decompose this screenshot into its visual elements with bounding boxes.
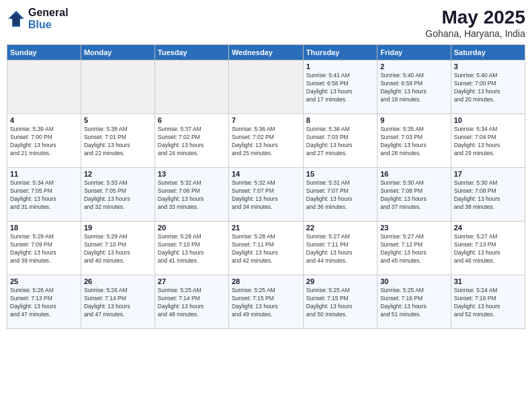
day-number: 24 <box>454 224 522 232</box>
day-number: 21 <box>232 224 300 232</box>
day-number: 1 <box>306 62 374 71</box>
day-info: Sunrise: 5:31 AM Sunset: 7:07 PM Dayligh… <box>306 179 374 212</box>
calendar-cell: 25Sunrise: 5:26 AM Sunset: 7:13 PM Dayli… <box>7 275 81 329</box>
day-number: 20 <box>158 224 226 232</box>
col-thursday: Thursday <box>303 45 377 60</box>
day-number: 12 <box>84 170 152 178</box>
calendar-cell: 18Sunrise: 5:29 AM Sunset: 7:09 PM Dayli… <box>7 222 81 275</box>
calendar-cell: 11Sunrise: 5:34 AM Sunset: 7:05 PM Dayli… <box>7 168 81 222</box>
day-info: Sunrise: 5:24 AM Sunset: 7:16 PM Dayligh… <box>454 287 522 319</box>
calendar-cell <box>228 60 303 114</box>
svg-marker-1 <box>9 12 23 26</box>
calendar-cell: 10Sunrise: 5:34 AM Sunset: 7:04 PM Dayli… <box>451 114 525 168</box>
calendar-cell: 21Sunrise: 5:28 AM Sunset: 7:11 PM Dayli… <box>228 222 303 275</box>
day-info: Sunrise: 5:26 AM Sunset: 7:13 PM Dayligh… <box>10 287 78 319</box>
calendar-cell: 19Sunrise: 5:29 AM Sunset: 7:10 PM Dayli… <box>81 222 154 275</box>
calendar-cell: 7Sunrise: 5:36 AM Sunset: 7:02 PM Daylig… <box>228 114 303 168</box>
day-info: Sunrise: 5:40 AM Sunset: 6:59 PM Dayligh… <box>380 72 448 104</box>
day-number: 7 <box>232 116 300 124</box>
day-info: Sunrise: 5:32 AM Sunset: 7:06 PM Dayligh… <box>158 179 226 212</box>
day-number: 27 <box>158 277 226 285</box>
day-number: 6 <box>158 116 226 124</box>
day-number: 23 <box>380 224 448 232</box>
col-saturday: Saturday <box>451 45 525 60</box>
day-info: Sunrise: 5:35 AM Sunset: 7:03 PM Dayligh… <box>380 126 448 158</box>
logo: General Blue <box>7 7 69 31</box>
day-number: 18 <box>10 224 78 232</box>
calendar-cell: 22Sunrise: 5:27 AM Sunset: 7:11 PM Dayli… <box>303 222 377 275</box>
calendar-cell: 23Sunrise: 5:27 AM Sunset: 7:12 PM Dayli… <box>378 222 451 275</box>
calendar-header: Sunday Monday Tuesday Wednesday Thursday… <box>7 45 525 60</box>
day-number: 26 <box>84 277 152 285</box>
day-info: Sunrise: 5:27 AM Sunset: 7:11 PM Dayligh… <box>306 233 374 265</box>
day-info: Sunrise: 5:40 AM Sunset: 7:00 PM Dayligh… <box>454 72 522 104</box>
col-monday: Monday <box>81 45 154 60</box>
day-info: Sunrise: 5:38 AM Sunset: 7:01 PM Dayligh… <box>84 126 152 158</box>
calendar-cell: 27Sunrise: 5:25 AM Sunset: 7:14 PM Dayli… <box>154 275 228 329</box>
calendar-cell: 8Sunrise: 5:36 AM Sunset: 7:03 PM Daylig… <box>303 114 377 168</box>
day-info: Sunrise: 5:30 AM Sunset: 7:08 PM Dayligh… <box>454 179 522 212</box>
calendar-cell: 20Sunrise: 5:28 AM Sunset: 7:10 PM Dayli… <box>154 222 228 275</box>
calendar-week-3: 18Sunrise: 5:29 AM Sunset: 7:09 PM Dayli… <box>7 222 525 275</box>
day-number: 16 <box>380 170 448 178</box>
day-number: 3 <box>454 62 522 71</box>
day-info: Sunrise: 5:27 AM Sunset: 7:13 PM Dayligh… <box>454 233 522 265</box>
day-number: 11 <box>10 170 78 178</box>
day-number: 31 <box>454 277 522 285</box>
calendar-cell: 12Sunrise: 5:33 AM Sunset: 7:05 PM Dayli… <box>81 168 154 222</box>
calendar-cell: 16Sunrise: 5:30 AM Sunset: 7:08 PM Dayli… <box>378 168 451 222</box>
day-number: 14 <box>232 170 300 178</box>
day-info: Sunrise: 5:26 AM Sunset: 7:14 PM Dayligh… <box>84 287 152 319</box>
logo-text: General Blue <box>28 7 69 31</box>
calendar-week-0: 1Sunrise: 5:41 AM Sunset: 6:58 PM Daylig… <box>7 60 525 114</box>
calendar-body: 1Sunrise: 5:41 AM Sunset: 6:58 PM Daylig… <box>7 60 525 329</box>
calendar-cell: 29Sunrise: 5:25 AM Sunset: 7:15 PM Dayli… <box>303 275 377 329</box>
day-info: Sunrise: 5:36 AM Sunset: 7:03 PM Dayligh… <box>306 126 374 158</box>
calendar-cell: 3Sunrise: 5:40 AM Sunset: 7:00 PM Daylig… <box>451 60 525 114</box>
calendar-cell: 17Sunrise: 5:30 AM Sunset: 7:08 PM Dayli… <box>451 168 525 222</box>
calendar-cell: 24Sunrise: 5:27 AM Sunset: 7:13 PM Dayli… <box>451 222 525 275</box>
title-block: May 2025 Gohana, Haryana, India <box>425 7 525 39</box>
day-number: 13 <box>158 170 226 178</box>
day-number: 19 <box>84 224 152 232</box>
day-number: 4 <box>10 116 78 124</box>
day-number: 15 <box>306 170 374 178</box>
col-wednesday: Wednesday <box>228 45 303 60</box>
calendar-cell: 28Sunrise: 5:25 AM Sunset: 7:15 PM Dayli… <box>228 275 303 329</box>
day-number: 17 <box>454 170 522 178</box>
calendar-cell: 6Sunrise: 5:37 AM Sunset: 7:02 PM Daylig… <box>154 114 228 168</box>
day-number: 28 <box>232 277 300 285</box>
day-number: 9 <box>380 116 448 124</box>
header: General Blue May 2025 Gohana, Haryana, I… <box>7 7 525 39</box>
logo-general-text: General <box>28 7 69 19</box>
day-number: 29 <box>306 277 374 285</box>
calendar-cell: 5Sunrise: 5:38 AM Sunset: 7:01 PM Daylig… <box>81 114 154 168</box>
calendar-cell: 30Sunrise: 5:25 AM Sunset: 7:16 PM Dayli… <box>378 275 451 329</box>
day-info: Sunrise: 5:34 AM Sunset: 7:04 PM Dayligh… <box>454 126 522 158</box>
calendar-cell <box>81 60 154 114</box>
day-info: Sunrise: 5:25 AM Sunset: 7:16 PM Dayligh… <box>380 287 448 319</box>
calendar-cell <box>7 60 81 114</box>
month-title: May 2025 <box>425 7 525 28</box>
day-number: 5 <box>84 116 152 124</box>
day-info: Sunrise: 5:28 AM Sunset: 7:11 PM Dayligh… <box>232 233 300 265</box>
day-info: Sunrise: 5:27 AM Sunset: 7:12 PM Dayligh… <box>380 233 448 265</box>
day-info: Sunrise: 5:30 AM Sunset: 7:08 PM Dayligh… <box>380 179 448 212</box>
day-number: 2 <box>380 62 448 71</box>
day-number: 10 <box>454 116 522 124</box>
day-info: Sunrise: 5:25 AM Sunset: 7:15 PM Dayligh… <box>306 287 374 319</box>
day-info: Sunrise: 5:33 AM Sunset: 7:05 PM Dayligh… <box>84 179 152 212</box>
day-number: 25 <box>10 277 78 285</box>
col-tuesday: Tuesday <box>154 45 228 60</box>
calendar-cell: 2Sunrise: 5:40 AM Sunset: 6:59 PM Daylig… <box>378 60 451 114</box>
logo-icon <box>7 9 26 28</box>
col-sunday: Sunday <box>7 45 81 60</box>
calendar-week-4: 25Sunrise: 5:26 AM Sunset: 7:13 PM Dayli… <box>7 275 525 329</box>
calendar-cell: 9Sunrise: 5:35 AM Sunset: 7:03 PM Daylig… <box>378 114 451 168</box>
day-info: Sunrise: 5:37 AM Sunset: 7:02 PM Dayligh… <box>158 126 226 158</box>
calendar-cell: 26Sunrise: 5:26 AM Sunset: 7:14 PM Dayli… <box>81 275 154 329</box>
day-number: 8 <box>306 116 374 124</box>
calendar-week-2: 11Sunrise: 5:34 AM Sunset: 7:05 PM Dayli… <box>7 168 525 222</box>
day-info: Sunrise: 5:41 AM Sunset: 6:58 PM Dayligh… <box>306 72 374 104</box>
day-info: Sunrise: 5:25 AM Sunset: 7:15 PM Dayligh… <box>232 287 300 319</box>
